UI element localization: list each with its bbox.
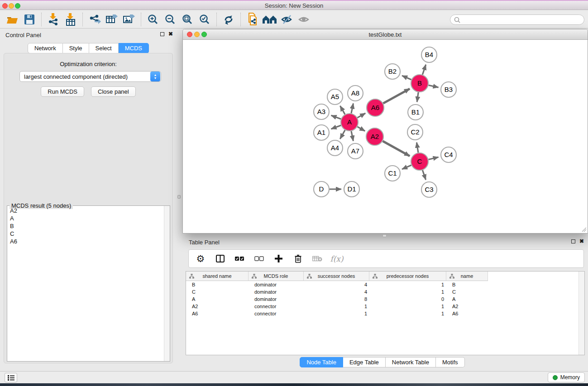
cell-shared-name[interactable]: B — [186, 281, 249, 288]
tab-select[interactable]: Select — [89, 43, 119, 53]
export-image-button[interactable] — [120, 12, 138, 27]
edge-B-B2[interactable] — [402, 76, 411, 80]
cell-mcds-role[interactable]: connector — [249, 303, 304, 310]
vertical-splitter-grip[interactable] — [177, 195, 181, 199]
edge-A-A7[interactable] — [351, 131, 353, 141]
export-table-button[interactable] — [103, 12, 120, 27]
cell-successor-nodes[interactable]: 1 — [304, 310, 369, 317]
tab-node-table[interactable]: Node Table — [300, 357, 343, 367]
table-row[interactable]: A2connector11A2 — [186, 303, 584, 310]
cell-predecessor-nodes[interactable]: 0 — [369, 295, 446, 303]
cell-successor-nodes[interactable]: 4 — [304, 281, 369, 288]
cell-successor-nodes[interactable]: 4 — [304, 288, 369, 295]
task-history-button[interactable] — [5, 373, 17, 382]
column-header-shared-name[interactable]: shared name — [186, 272, 249, 281]
cell-successor-nodes[interactable]: 8 — [304, 295, 369, 303]
mcds-result-item[interactable]: B — [7, 222, 164, 230]
cell-shared-name[interactable]: A2 — [186, 303, 249, 310]
mcds-result-item[interactable]: C — [7, 230, 164, 238]
select-all-button[interactable] — [234, 253, 245, 264]
criterion-select[interactable]: largest connected component (directed) ▲… — [19, 71, 161, 82]
edge-C-C2[interactable] — [416, 143, 418, 153]
memory-button[interactable]: Memory — [548, 372, 585, 382]
cell-name[interactable]: B — [446, 281, 488, 288]
cell-shared-name[interactable]: A6 — [186, 310, 249, 317]
delete-table-button[interactable] — [312, 253, 323, 264]
clone-network-button[interactable] — [244, 12, 261, 27]
mcds-result-item[interactable]: A6 — [7, 238, 164, 245]
import-table-button[interactable] — [62, 12, 79, 27]
cell-predecessor-nodes[interactable]: 1 — [369, 281, 446, 288]
search-input[interactable] — [463, 17, 580, 23]
edge-A-A5[interactable] — [340, 106, 345, 114]
cell-name[interactable]: A2 — [446, 303, 488, 310]
edge-A-A2[interactable] — [357, 127, 365, 131]
export-network-button[interactable] — [86, 12, 103, 27]
mcds-result-list[interactable]: A2ABCA6 — [7, 207, 164, 361]
edge-A-A1[interactable] — [331, 125, 341, 129]
edge-A-A6[interactable] — [357, 113, 365, 118]
column-header-name[interactable]: name — [446, 272, 488, 281]
edge-C-C4[interactable] — [428, 157, 438, 159]
cell-mcds-role[interactable]: dominator — [249, 295, 304, 303]
show-all-button[interactable] — [296, 12, 313, 27]
float-panel-icon[interactable] — [160, 32, 164, 36]
edge-A2-C[interactable] — [382, 141, 410, 156]
zoom-fit-button[interactable] — [179, 12, 196, 27]
cell-mcds-role[interactable]: dominator — [249, 288, 304, 295]
open-session-button[interactable] — [4, 12, 21, 27]
table-row[interactable]: Adominator80A — [186, 295, 584, 303]
cell-name[interactable]: A — [446, 295, 488, 303]
tab-network-table[interactable]: Network Table — [386, 357, 436, 367]
save-session-button[interactable] — [21, 12, 38, 27]
cell-predecessor-nodes[interactable]: 1 — [369, 288, 446, 295]
table-row[interactable]: Cdominator41C — [186, 288, 584, 295]
tab-mcds[interactable]: MCDS — [119, 43, 149, 53]
show-columns-button[interactable] — [215, 253, 225, 264]
tab-motifs[interactable]: Motifs — [436, 357, 465, 367]
zoom-selected-button[interactable] — [196, 12, 213, 27]
close-panel-icon[interactable]: ✖ — [168, 32, 173, 36]
close-panel-button[interactable]: Close panel — [91, 86, 136, 97]
add-column-button[interactable] — [273, 253, 284, 264]
column-header-predecessor-nodes[interactable]: predecessor nodes — [369, 272, 446, 281]
table-row[interactable]: Bdominator41B — [186, 281, 584, 288]
edge-C-C1[interactable] — [402, 165, 411, 169]
cell-name[interactable]: C — [446, 288, 488, 295]
table-row[interactable]: A6connector11A6 — [186, 310, 584, 317]
cell-successor-nodes[interactable]: 1 — [304, 303, 369, 310]
apply-layout-button[interactable] — [220, 12, 237, 27]
tab-edge-table[interactable]: Edge Table — [343, 357, 386, 367]
mcds-result-item[interactable]: A — [7, 214, 164, 222]
window-resize-grip[interactable] — [581, 227, 587, 232]
function-builder-button[interactable]: f(x) — [331, 253, 342, 264]
edge-B-B1[interactable] — [417, 92, 418, 102]
zoom-out-button[interactable] — [162, 12, 179, 27]
edge-B-B4[interactable] — [422, 65, 425, 75]
tab-style[interactable]: Style — [63, 43, 89, 53]
table-scrollbar[interactable] — [578, 272, 584, 355]
cell-shared-name[interactable]: A — [186, 295, 249, 303]
cell-mcds-role[interactable]: dominator — [249, 281, 304, 288]
column-header-successor-nodes[interactable]: successor nodes — [304, 272, 369, 281]
run-mcds-button[interactable]: Run MCDS — [41, 86, 84, 97]
tab-network[interactable]: Network — [28, 43, 63, 53]
close-table-panel-icon[interactable]: ✖ — [579, 239, 584, 243]
network-window-titlebar[interactable]: testGlobe.txt — [183, 29, 588, 40]
cell-shared-name[interactable]: C — [186, 288, 249, 295]
search-field[interactable] — [450, 14, 584, 25]
table-settings-button[interactable]: ⚙ — [195, 253, 206, 264]
edge-A-A8[interactable] — [351, 104, 353, 114]
unselect-all-button[interactable] — [253, 253, 264, 264]
column-header-mcds-role[interactable]: MCDS role — [249, 272, 304, 281]
hide-selected-button[interactable] — [278, 12, 296, 27]
cell-name[interactable]: A6 — [446, 310, 488, 317]
mcds-result-item[interactable]: A2 — [7, 207, 164, 214]
zoom-in-button[interactable] — [144, 12, 162, 27]
edge-A-A4[interactable] — [340, 130, 345, 139]
cell-predecessor-nodes[interactable]: 1 — [369, 303, 446, 310]
cell-mcds-role[interactable]: connector — [249, 310, 304, 317]
edge-A-A3[interactable] — [331, 115, 341, 119]
edge-C-C3[interactable] — [422, 170, 425, 180]
home-button[interactable] — [261, 12, 278, 27]
